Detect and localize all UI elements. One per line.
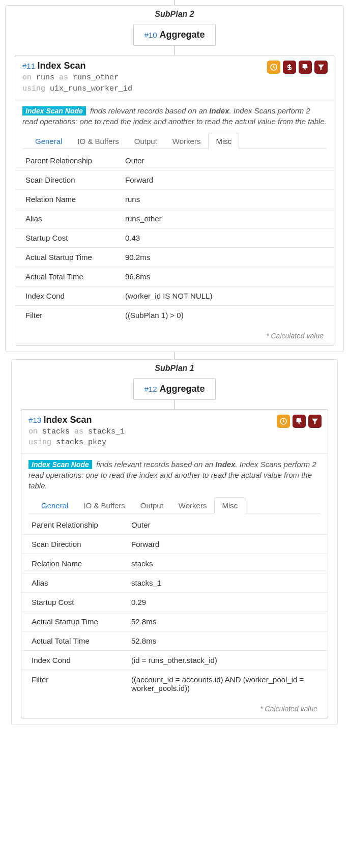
tab-general[interactable]: General bbox=[34, 497, 76, 513]
table-row: Relation Namestacks bbox=[21, 554, 328, 573]
row-value: Outer bbox=[122, 151, 334, 170]
row-value: 0.29 bbox=[128, 593, 328, 612]
row-value: ((account_id = accounts.id) AND (worker_… bbox=[128, 670, 328, 698]
node-description: Index Scan Node finds relevant records b… bbox=[21, 453, 328, 513]
table-row: Aliasstacks_1 bbox=[21, 573, 328, 593]
tab-io-buffers[interactable]: IO & Buffers bbox=[76, 497, 132, 513]
row-key: Actual Startup Time bbox=[21, 612, 128, 631]
table-row: Filter((account_id = accounts.id) AND (w… bbox=[21, 670, 328, 698]
row-key: Actual Total Time bbox=[21, 631, 128, 651]
node-name: Index Scan bbox=[43, 415, 92, 425]
row-value: 0.43 bbox=[122, 228, 334, 247]
node-name: Index Scan bbox=[37, 61, 85, 71]
table-row: Actual Startup Time90.2ms bbox=[15, 247, 334, 267]
row-value: stacks bbox=[128, 554, 328, 573]
table-row: Index Cond(worker_id IS NOT NULL) bbox=[15, 286, 334, 305]
footnote: * Calculated value bbox=[15, 325, 334, 345]
table-row: Relation Nameruns bbox=[15, 189, 334, 209]
badge-row bbox=[267, 61, 328, 74]
tab-misc[interactable]: Misc bbox=[214, 497, 245, 513]
node-name: Aggregate bbox=[160, 384, 205, 394]
node-id: #12 bbox=[144, 385, 157, 393]
row-value: stacks_1 bbox=[128, 573, 328, 593]
filter-icon[interactable] bbox=[308, 415, 322, 428]
subplan-title: SubPlan 2 bbox=[6, 6, 343, 22]
table-row: Parent RelationshipOuter bbox=[21, 515, 328, 535]
row-key: Relation Name bbox=[21, 554, 128, 573]
tab-output[interactable]: Output bbox=[127, 133, 165, 149]
table-row: Actual Total Time52.8ms bbox=[21, 631, 328, 651]
thumbsdown-icon[interactable] bbox=[293, 415, 306, 428]
aggregate-node[interactable]: #12 Aggregate bbox=[133, 378, 215, 400]
row-key: Index Cond bbox=[15, 286, 122, 305]
row-value: 52.8ms bbox=[128, 631, 328, 651]
table-row: Scan DirectionForward bbox=[15, 170, 334, 189]
scan-header[interactable]: #11 Index Scan on runs as runs_other usi… bbox=[15, 55, 334, 100]
clock-icon[interactable] bbox=[267, 61, 280, 74]
table-row: Filter((SubPlan 1) > 0) bbox=[15, 305, 334, 325]
dollar-icon[interactable] bbox=[283, 61, 296, 74]
connector bbox=[174, 400, 175, 409]
filter-icon[interactable] bbox=[314, 61, 328, 74]
aggregate-node[interactable]: #10 Aggregate bbox=[133, 24, 215, 46]
scan-header[interactable]: #13 Index Scan on stacks as stacks_1 usi… bbox=[21, 410, 328, 454]
table-row: Actual Total Time96.8ms bbox=[15, 267, 334, 286]
row-value: Outer bbox=[128, 515, 328, 535]
row-key: Startup Cost bbox=[15, 228, 122, 247]
row-value: runs_other bbox=[122, 209, 334, 228]
node-type-tag: Index Scan Node bbox=[22, 106, 86, 115]
row-value: 90.2ms bbox=[122, 247, 334, 267]
tab-workers[interactable]: Workers bbox=[171, 497, 215, 513]
table-row: Startup Cost0.29 bbox=[21, 593, 328, 612]
scan-meta: on stacks as stacks_1 using stacks_pkey bbox=[28, 426, 321, 449]
clock-icon[interactable] bbox=[277, 415, 290, 428]
row-value: ((SubPlan 1) > 0) bbox=[122, 305, 334, 325]
node-type-tag: Index Scan Node bbox=[28, 460, 92, 469]
connector bbox=[174, 46, 175, 55]
row-key: Alias bbox=[15, 209, 122, 228]
table-row: Scan DirectionForward bbox=[21, 535, 328, 554]
subplan-title: SubPlan 1 bbox=[12, 360, 337, 376]
row-key: Filter bbox=[15, 305, 122, 325]
node-id: #11 bbox=[22, 62, 35, 70]
row-value: runs bbox=[122, 189, 334, 209]
row-key: Filter bbox=[21, 670, 128, 698]
thumbsdown-icon[interactable] bbox=[299, 61, 312, 74]
row-key: Actual Startup Time bbox=[15, 247, 122, 267]
row-value: 52.8ms bbox=[128, 612, 328, 631]
table-row: Startup Cost0.43 bbox=[15, 228, 334, 247]
table-row: Aliasruns_other bbox=[15, 209, 334, 228]
badge-row bbox=[277, 415, 322, 428]
node-id: #10 bbox=[144, 31, 157, 39]
row-key: Scan Direction bbox=[15, 170, 122, 189]
row-value: (worker_id IS NOT NULL) bbox=[122, 286, 334, 305]
tab-misc[interactable]: Misc bbox=[208, 133, 239, 149]
row-key: Scan Direction bbox=[21, 535, 128, 554]
tab-io-buffers[interactable]: IO & Buffers bbox=[70, 133, 126, 149]
node-description: Index Scan Node finds relevant records b… bbox=[15, 100, 334, 149]
row-value: 96.8ms bbox=[122, 267, 334, 286]
row-key: Alias bbox=[21, 573, 128, 593]
tab-general[interactable]: General bbox=[27, 133, 70, 149]
details-table: Parent RelationshipOuterScan DirectionFo… bbox=[15, 151, 334, 325]
row-value: Forward bbox=[122, 170, 334, 189]
tabs: GeneralIO & BuffersOutputWorkersMisc bbox=[28, 491, 321, 513]
row-key: Actual Total Time bbox=[15, 267, 122, 286]
connector bbox=[174, 352, 175, 359]
node-id: #13 bbox=[28, 416, 41, 424]
tab-output[interactable]: Output bbox=[133, 497, 171, 513]
table-row: Index Cond(id = runs_other.stack_id) bbox=[21, 651, 328, 670]
details-table: Parent RelationshipOuterScan DirectionFo… bbox=[21, 515, 328, 698]
tabs: GeneralIO & BuffersOutputWorkersMisc bbox=[22, 127, 327, 149]
index-scan-node: #11 Index Scan on runs as runs_other usi… bbox=[15, 55, 334, 345]
row-key: Startup Cost bbox=[21, 593, 128, 612]
row-value: Forward bbox=[128, 535, 328, 554]
tab-workers[interactable]: Workers bbox=[165, 133, 209, 149]
table-row: Actual Startup Time52.8ms bbox=[21, 612, 328, 631]
subplan-2-block: SubPlan 2 #10 Aggregate #11 Index Scan o… bbox=[5, 5, 344, 352]
row-value: (id = runs_other.stack_id) bbox=[128, 651, 328, 670]
index-scan-node: #13 Index Scan on stacks as stacks_1 usi… bbox=[21, 409, 328, 719]
row-key: Relation Name bbox=[15, 189, 122, 209]
row-key: Parent Relationship bbox=[21, 515, 128, 535]
node-name: Aggregate bbox=[160, 30, 205, 40]
